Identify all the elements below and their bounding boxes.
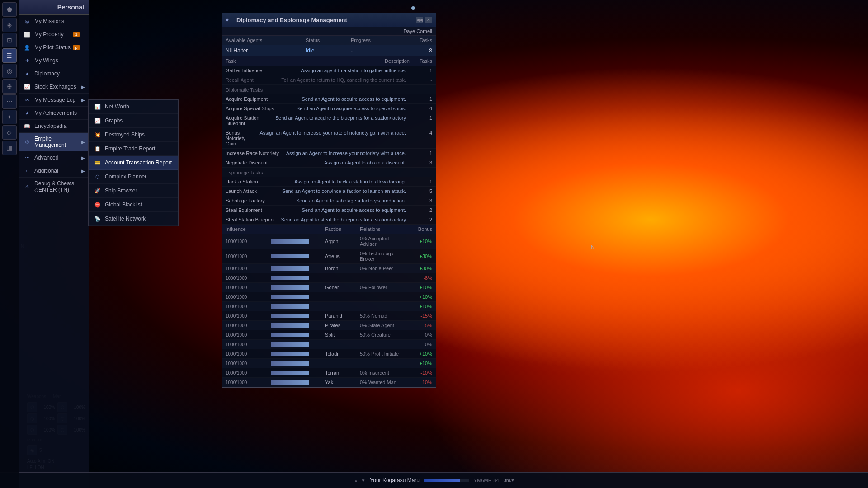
- task-recall-agent[interactable]: Recall Agent Tell an Agent to return to …: [222, 75, 436, 85]
- nav-icon-7[interactable]: ⋯: [2, 94, 17, 109]
- nav-icon-3[interactable]: ⊡: [2, 33, 17, 47]
- ship-browser-icon: 🚀: [94, 187, 101, 194]
- minimize-button[interactable]: ◀◀: [416, 17, 423, 23]
- submenu-label-satellite-network: Satellite Network: [105, 216, 146, 222]
- nav-icon-2[interactable]: ◈: [2, 18, 17, 32]
- sidebar-item-additional[interactable]: Additional ▶: [19, 164, 89, 178]
- nav-down-arrow[interactable]: ▼: [361, 478, 365, 483]
- influence-row[interactable]: 1000/1000 Goner 0% Follower +10%: [222, 283, 436, 292]
- task-num-inc-not: 1: [410, 150, 432, 156]
- graphs-icon: 📈: [94, 117, 101, 124]
- nav-icon-5[interactable]: ◎: [2, 64, 17, 78]
- nav-icon-10[interactable]: ▦: [2, 141, 17, 155]
- sidebar-item-my-missions[interactable]: My Missions: [19, 15, 89, 28]
- task-bonus-notoriety[interactable]: Bonus Notoriety Gain Assign an Agent to …: [222, 128, 436, 149]
- influence-row[interactable]: 1000/1000 +10%: [222, 302, 436, 311]
- influence-bar-container: [271, 276, 309, 280]
- influence-row[interactable]: 1000/1000 Atreus 0% Technology Broker +3…: [222, 249, 436, 264]
- sidebar-item-my-property[interactable]: My Property 1: [19, 28, 89, 41]
- submenu-graphs[interactable]: 📈 Graphs: [89, 114, 178, 128]
- influence-bar: [271, 323, 309, 328]
- sidebar-item-my-wings[interactable]: My Wings: [19, 54, 89, 67]
- nav-icon-6[interactable]: ⊕: [2, 79, 17, 94]
- stock-icon: [24, 83, 31, 90]
- influence-value: 1000/1000: [226, 295, 271, 300]
- close-button[interactable]: ✕: [425, 17, 432, 23]
- influence-row[interactable]: 1000/1000 -8%: [222, 273, 436, 283]
- agent-status: Idle: [306, 47, 351, 54]
- task-steal-equipment[interactable]: Steal Equipment Send an Agent to acquire…: [222, 206, 436, 215]
- influence-row[interactable]: 1000/1000 Pirates 0% State Agent -5%: [222, 321, 436, 330]
- sidebar-item-diplomacy[interactable]: Diplomacy: [19, 67, 89, 80]
- task-acquire-equipment[interactable]: Acquire Equipment Send an Agent to acqui…: [222, 94, 436, 104]
- task-num-bonus-not: 4: [410, 130, 432, 146]
- task-acquire-special-ships[interactable]: Acquire Special Ships Send an Agent to a…: [222, 104, 436, 113]
- encyclo-icon: [24, 122, 31, 130]
- influence-row[interactable]: 1000/1000 Teladi 50% Profit Initiate +10…: [222, 349, 436, 359]
- influence-row[interactable]: 1000/1000 Yaki 0% Wanted Man -10%: [222, 378, 436, 387]
- influence-bar-container: [271, 352, 309, 356]
- influence-row[interactable]: 1000/1000 0%: [222, 340, 436, 349]
- submenu-satellite-network[interactable]: 📡 Satellite Network: [89, 212, 178, 226]
- sidebar-label-empire: Empire Management: [34, 136, 84, 148]
- pilot-icon: [24, 44, 31, 51]
- influence-bonus: 0%: [405, 342, 432, 347]
- col-bonus: Bonus: [405, 226, 432, 232]
- influence-row[interactable]: 1000/1000 Terran 0% Insurgent -10%: [222, 368, 436, 378]
- task-steal-blueprint[interactable]: Steal Station Blueprint Send an Agent to…: [222, 215, 436, 225]
- nav-icon-menu[interactable]: ☰: [2, 48, 17, 63]
- task-name: Gather Influence: [226, 68, 297, 73]
- diplo-owner: Daye Cornell: [222, 27, 436, 36]
- submenu-ship-browser[interactable]: 🚀 Ship Browser: [89, 184, 178, 198]
- influence-bonus: +30%: [405, 266, 432, 271]
- submenu-destroyed-ships[interactable]: 💥 Destroyed Ships: [89, 128, 178, 142]
- sidebar-item-debug[interactable]: Debug & Cheats ◇ENTER (TN): [19, 178, 89, 196]
- task-desc: Assign an agent to a station to gather i…: [297, 68, 410, 73]
- sidebar-item-encyclopedia[interactable]: Encyclopedia: [19, 120, 89, 133]
- nav-icon-1[interactable]: ⬟: [2, 2, 17, 17]
- influence-value: 1000/1000: [226, 352, 271, 357]
- influence-row[interactable]: 1000/1000 +10%: [222, 359, 436, 368]
- influence-bar-container: [271, 285, 309, 290]
- submenu-trade-report[interactable]: 📋 Empire Trade Report: [89, 142, 178, 156]
- task-gather-influence[interactable]: Gather Influence Assign an agent to a st…: [222, 66, 436, 75]
- sidebar-item-achievements[interactable]: My Achievements: [19, 107, 89, 120]
- influence-bar: [271, 266, 309, 271]
- influence-row[interactable]: 1000/1000 Paranid 50% Nomad -15%: [222, 311, 436, 321]
- sidebar-item-advanced[interactable]: Advanced ▶: [19, 151, 89, 164]
- task-increase-race-notoriety[interactable]: Increase Race Notoriety Assign an Agent …: [222, 149, 436, 158]
- agent-row-nil-halter[interactable]: Nil Halter Idle - 8: [222, 45, 436, 56]
- task-num-acq-ships: 4: [410, 106, 432, 111]
- submenu-complex-planner[interactable]: ⬡ Complex Planner: [89, 170, 178, 184]
- sidebar-item-pilot-status[interactable]: My Pilot Status p: [19, 41, 89, 54]
- influence-row[interactable]: 1000/1000 +10%: [222, 292, 436, 302]
- sidebar-item-message-log[interactable]: My Message Log ▶: [19, 94, 89, 107]
- influence-bonus: -10%: [405, 380, 432, 385]
- sidebar-item-empire-management[interactable]: Empire Management ▶: [19, 133, 89, 151]
- submenu-net-worth[interactable]: 📊 Net Worth: [89, 100, 178, 114]
- task-acquire-blueprint[interactable]: Acquire Station Blueprint Send an Agent …: [222, 113, 436, 128]
- diplo-icon: [24, 70, 31, 77]
- submenu-global-blacklist[interactable]: ⛔ Global Blacklist: [89, 198, 178, 212]
- task-name-attack: Launch Attack: [226, 188, 278, 194]
- task-launch-attack[interactable]: Launch Attack Send an Agent to convince …: [222, 187, 436, 196]
- sidebar-item-stock-exchanges[interactable]: Stock Exchanges ▶: [19, 80, 89, 94]
- task-hack-station[interactable]: Hack a Station Assign an Agent to hack a…: [222, 177, 436, 187]
- nav-arrow-left[interactable]: ▲: [354, 478, 359, 483]
- influence-row[interactable]: 1000/1000 Split 50% Creature 0%: [222, 330, 436, 340]
- nav-icon-9[interactable]: ◇: [2, 125, 17, 140]
- submenu-label-complex-planner: Complex Planner: [105, 174, 146, 180]
- task-negotiate-discount[interactable]: Negotiate Discount Assign an Agent to ob…: [222, 158, 436, 168]
- influence-row[interactable]: 1000/1000 Boron 0% Noble Peer +30%: [222, 264, 436, 273]
- task-sabotage-factory[interactable]: Sabotage Factory Send an Agent to sabota…: [222, 196, 436, 206]
- task-num-neg-disc: 3: [410, 160, 432, 165]
- task-name-steal-equip: Steal Equipment: [226, 207, 298, 213]
- influence-bar-container: [271, 304, 309, 309]
- satellite-network-icon: 📡: [94, 215, 101, 222]
- submenu-account-transaction[interactable]: 💳 Account Transaction Report: [89, 156, 178, 170]
- influence-relations: 0% Technology Broker: [360, 251, 405, 262]
- influence-row[interactable]: 1000/1000 Argon 0% Accepted Adviser +10%: [222, 234, 436, 249]
- task-name-neg-disc: Negotiate Discount: [226, 160, 321, 165]
- agent-tasks: 8: [405, 47, 432, 54]
- nav-icon-8[interactable]: ✦: [2, 110, 17, 124]
